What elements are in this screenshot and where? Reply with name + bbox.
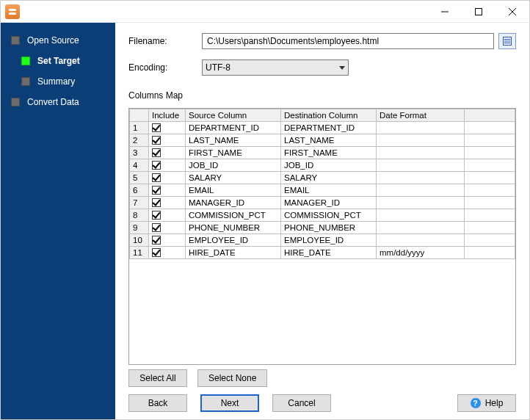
- cancel-button[interactable]: Cancel: [272, 394, 331, 412]
- col-datefmt[interactable]: Date Format: [377, 109, 465, 122]
- source-cell[interactable]: EMAIL: [186, 184, 281, 197]
- table-row[interactable]: 4JOB_IDJOB_ID: [130, 159, 515, 172]
- source-cell[interactable]: COMMISSION_PCT: [186, 209, 281, 222]
- row-number[interactable]: 7: [130, 197, 149, 209]
- include-cell[interactable]: [149, 222, 186, 234]
- table-row[interactable]: 7MANAGER_IDMANAGER_ID: [130, 197, 515, 209]
- col-source[interactable]: Source Column: [186, 109, 281, 122]
- table-row[interactable]: 5SALARYSALARY: [130, 172, 515, 184]
- dest-cell[interactable]: HIRE_DATE: [281, 247, 377, 259]
- table-row[interactable]: 8COMMISSION_PCTCOMMISSION_PCT: [130, 209, 515, 222]
- table-row[interactable]: 1DEPARTMENT_IDDEPARTMENT_ID: [130, 122, 515, 134]
- include-cell[interactable]: [149, 247, 186, 259]
- datefmt-cell[interactable]: mm/dd/yyyy: [377, 247, 465, 259]
- table-row[interactable]: 11HIRE_DATEHIRE_DATEmm/dd/yyyy: [130, 247, 515, 259]
- datefmt-cell[interactable]: [377, 172, 465, 184]
- dest-cell[interactable]: EMAIL: [281, 184, 377, 197]
- source-cell[interactable]: JOB_ID: [186, 159, 281, 172]
- select-none-button[interactable]: Select None: [197, 369, 267, 387]
- row-number[interactable]: 3: [130, 147, 149, 159]
- col-include[interactable]: Include: [149, 109, 186, 122]
- source-cell[interactable]: PHONE_NUMBER: [186, 222, 281, 234]
- dest-cell[interactable]: JOB_ID: [281, 159, 377, 172]
- include-checkbox[interactable]: [152, 186, 161, 195]
- dest-cell[interactable]: MANAGER_ID: [281, 197, 377, 209]
- row-number[interactable]: 8: [130, 209, 149, 222]
- datefmt-cell[interactable]: [377, 222, 465, 234]
- dest-cell[interactable]: PHONE_NUMBER: [281, 222, 377, 234]
- include-checkbox[interactable]: [152, 198, 161, 207]
- source-cell[interactable]: LAST_NAME: [186, 134, 281, 147]
- maximize-button[interactable]: [462, 1, 495, 23]
- include-cell[interactable]: [149, 184, 186, 197]
- include-cell[interactable]: [149, 159, 186, 172]
- close-button[interactable]: [495, 1, 529, 23]
- table-row[interactable]: 10EMPLOYEE_IDEMPLOYEE_ID: [130, 234, 515, 247]
- datefmt-cell[interactable]: [377, 184, 465, 197]
- datefmt-cell[interactable]: [377, 134, 465, 147]
- include-cell[interactable]: [149, 134, 186, 147]
- dest-cell[interactable]: SALARY: [281, 172, 377, 184]
- datefmt-cell[interactable]: [377, 197, 465, 209]
- row-number[interactable]: 9: [130, 222, 149, 234]
- columns-grid[interactable]: Include Source Column Destination Column…: [128, 108, 516, 365]
- include-checkbox[interactable]: [152, 161, 161, 170]
- include-checkbox[interactable]: [152, 236, 161, 245]
- nav-set-target[interactable]: Set Target: [1, 51, 115, 71]
- include-checkbox[interactable]: [152, 148, 161, 157]
- close-icon: [509, 8, 516, 15]
- next-button[interactable]: Next: [200, 394, 259, 412]
- include-cell[interactable]: [149, 234, 186, 247]
- dest-cell[interactable]: LAST_NAME: [281, 134, 377, 147]
- back-button[interactable]: Back: [128, 394, 187, 412]
- include-cell[interactable]: [149, 172, 186, 184]
- dest-cell[interactable]: FIRST_NAME: [281, 147, 377, 159]
- source-cell[interactable]: DEPARTMENT_ID: [186, 122, 281, 134]
- include-checkbox[interactable]: [152, 173, 161, 182]
- include-cell[interactable]: [149, 209, 186, 222]
- row-number[interactable]: 2: [130, 134, 149, 147]
- include-cell[interactable]: [149, 197, 186, 209]
- columns-map-label: Columns Map: [128, 90, 516, 101]
- nav-summary[interactable]: Summary: [1, 71, 115, 92]
- row-number[interactable]: 11: [130, 247, 149, 259]
- datefmt-cell[interactable]: [377, 159, 465, 172]
- source-cell[interactable]: FIRST_NAME: [186, 147, 281, 159]
- col-dest[interactable]: Destination Column: [281, 109, 377, 122]
- source-cell[interactable]: MANAGER_ID: [186, 197, 281, 209]
- include-cell[interactable]: [149, 147, 186, 159]
- dest-cell[interactable]: EMPLOYEE_ID: [281, 234, 377, 247]
- include-checkbox[interactable]: [152, 248, 161, 257]
- browse-button[interactable]: [498, 33, 516, 49]
- minimize-button[interactable]: [428, 1, 462, 23]
- datefmt-cell[interactable]: [377, 234, 465, 247]
- encoding-select[interactable]: UTF-8: [202, 59, 349, 76]
- row-number[interactable]: 10: [130, 234, 149, 247]
- nav-convert-data[interactable]: Convert Data: [1, 92, 115, 112]
- include-cell[interactable]: [149, 122, 186, 134]
- table-row[interactable]: 6EMAILEMAIL: [130, 184, 515, 197]
- filename-input[interactable]: [202, 33, 494, 49]
- row-number[interactable]: 5: [130, 172, 149, 184]
- row-number[interactable]: 4: [130, 159, 149, 172]
- dest-cell[interactable]: COMMISSION_PCT: [281, 209, 377, 222]
- row-number[interactable]: 1: [130, 122, 149, 134]
- datefmt-cell[interactable]: [377, 122, 465, 134]
- include-checkbox[interactable]: [152, 211, 161, 220]
- table-row[interactable]: 2LAST_NAMELAST_NAME: [130, 134, 515, 147]
- row-number[interactable]: 6: [130, 184, 149, 197]
- source-cell[interactable]: HIRE_DATE: [186, 247, 281, 259]
- table-row[interactable]: 9PHONE_NUMBERPHONE_NUMBER: [130, 222, 515, 234]
- table-row[interactable]: 3FIRST_NAMEFIRST_NAME: [130, 147, 515, 159]
- datefmt-cell[interactable]: [377, 209, 465, 222]
- include-checkbox[interactable]: [152, 123, 161, 132]
- nav-open-source[interactable]: Open Source: [1, 30, 115, 51]
- source-cell[interactable]: EMPLOYEE_ID: [186, 234, 281, 247]
- include-checkbox[interactable]: [152, 223, 161, 232]
- datefmt-cell[interactable]: [377, 147, 465, 159]
- select-all-button[interactable]: Select All: [128, 369, 187, 387]
- help-button[interactable]: ? Help: [457, 394, 516, 412]
- dest-cell[interactable]: DEPARTMENT_ID: [281, 122, 377, 134]
- include-checkbox[interactable]: [152, 136, 161, 145]
- source-cell[interactable]: SALARY: [186, 172, 281, 184]
